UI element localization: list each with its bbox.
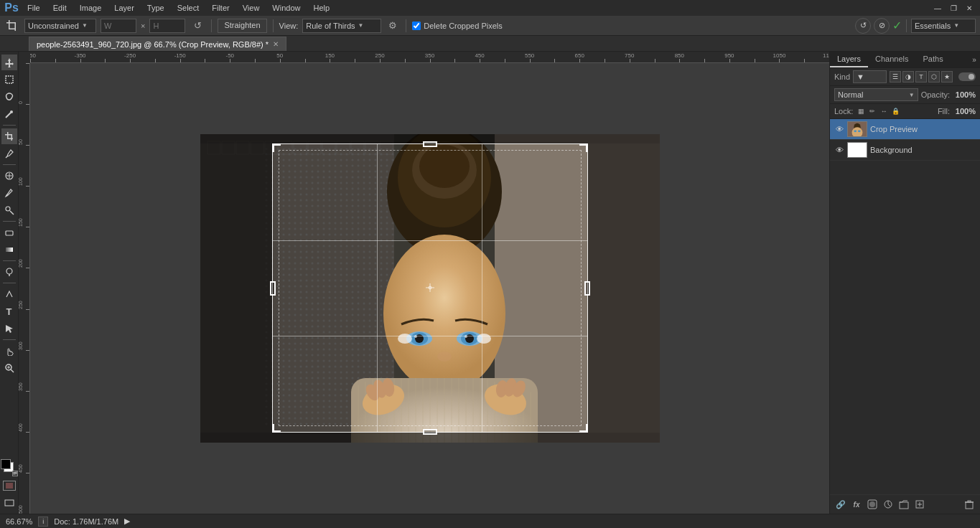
- svg-point-106: [869, 501, 875, 507]
- delete-cropped-checkbox[interactable]: [412, 22, 421, 30]
- swap-colors-icon[interactable]: ⇄: [12, 471, 18, 476]
- svg-rect-0: [9, 20, 10, 29]
- zoom-level: 66.67%: [6, 517, 32, 526]
- status-bar: 66.67% i Doc: 1.76M/1.76M ▶: [0, 514, 980, 528]
- blend-opacity-bar: Normal ▼ Opacity: 100%: [830, 86, 980, 104]
- document-tab[interactable]: people-2563491_960_720.jpg @ 66.7% (Crop…: [29, 37, 286, 51]
- menu-edit[interactable]: Edit: [47, 2, 73, 14]
- filter-pixel-icon[interactable]: ☰: [890, 71, 901, 82]
- text-tool[interactable]: T: [1, 303, 17, 319]
- dimension-sep: ×: [141, 22, 145, 30]
- height-input[interactable]: [149, 19, 185, 33]
- hand-tool[interactable]: [1, 343, 17, 359]
- menu-layer[interactable]: Layer: [108, 2, 140, 14]
- gradient-tool[interactable]: [1, 242, 17, 258]
- opacity-value[interactable]: 100%: [953, 90, 976, 99]
- zoom-tool[interactable]: [1, 360, 17, 376]
- add-mask-button[interactable]: [866, 498, 879, 511]
- new-group-button[interactable]: [897, 498, 910, 511]
- dodge-tool[interactable]: [1, 264, 17, 280]
- svg-rect-112: [966, 502, 973, 509]
- view-select[interactable]: Rule of Thirds ▼: [302, 19, 381, 33]
- tab-paths[interactable]: Paths: [916, 52, 951, 67]
- svg-line-6: [6, 113, 11, 118]
- lock-draw-icon[interactable]: ✏: [867, 106, 877, 116]
- svg-point-58: [477, 334, 491, 344]
- link-layers-button[interactable]: 🔗: [834, 498, 847, 511]
- path-select-tool[interactable]: [1, 321, 17, 336]
- svg-marker-4: [5, 58, 14, 67]
- view-settings-icon[interactable]: ⚙: [386, 19, 400, 33]
- workspace-select[interactable]: Essentials ▼: [911, 19, 976, 33]
- menu-image[interactable]: Image: [74, 2, 108, 14]
- layer-item[interactable]: 👁 Background: [830, 140, 980, 161]
- foreground-color-swatch[interactable]: [1, 459, 11, 469]
- straighten-button[interactable]: Straighten: [218, 19, 266, 33]
- move-tool[interactable]: [1, 55, 17, 70]
- layer-eye-icon[interactable]: 👁: [834, 124, 844, 134]
- menu-help[interactable]: Help: [307, 2, 335, 14]
- crop-tool-icon: [4, 18, 20, 34]
- fill-value[interactable]: 100%: [953, 107, 976, 116]
- clone-tool[interactable]: [1, 202, 17, 218]
- new-layer-button[interactable]: [913, 498, 926, 511]
- tab-channels[interactable]: Channels: [868, 52, 915, 67]
- delete-layer-button[interactable]: [963, 498, 976, 511]
- svg-point-19: [6, 268, 12, 274]
- crop-tool[interactable]: [1, 128, 17, 144]
- tab-close-button[interactable]: ✕: [273, 40, 279, 48]
- tab-layers[interactable]: Layers: [830, 52, 868, 67]
- lasso-tool[interactable]: [1, 89, 17, 105]
- lock-pixels-icon[interactable]: ▦: [856, 106, 866, 116]
- menu-window[interactable]: Window: [266, 2, 306, 14]
- layer-style-button[interactable]: fx: [850, 498, 863, 511]
- eyedropper-tool[interactable]: [1, 146, 17, 161]
- panel-collapse-icon[interactable]: »: [969, 54, 980, 65]
- menu-file[interactable]: File: [22, 2, 46, 14]
- fill-label: Fill:: [938, 107, 950, 116]
- svg-rect-108: [900, 502, 908, 509]
- minimize-button[interactable]: —: [930, 0, 946, 16]
- menu-filter[interactable]: Filter: [206, 2, 235, 14]
- toolbar: T ⇄: [0, 52, 19, 514]
- lock-move-icon[interactable]: ↔: [879, 106, 889, 116]
- layers-list: 👁 Crop Preview 👁 Background: [830, 119, 980, 494]
- filter-toggle[interactable]: [958, 72, 976, 81]
- menu-select[interactable]: Select: [172, 2, 205, 14]
- layer-item[interactable]: 👁 Crop Preview: [830, 119, 980, 140]
- width-input[interactable]: [101, 19, 136, 33]
- eraser-tool[interactable]: [1, 225, 17, 240]
- magic-wand-tool[interactable]: [1, 106, 17, 122]
- filter-text-icon[interactable]: T: [915, 71, 927, 82]
- pen-tool[interactable]: [1, 286, 17, 302]
- undo-crop-button[interactable]: ↺: [855, 18, 871, 34]
- status-info-icon[interactable]: i: [38, 517, 48, 527]
- filter-shape-icon[interactable]: ⬡: [928, 71, 940, 82]
- select-rect-tool[interactable]: [1, 72, 17, 88]
- adjustment-button[interactable]: [882, 498, 895, 511]
- restore-button[interactable]: ❐: [946, 0, 961, 16]
- filter-type-select[interactable]: ▼: [853, 70, 887, 83]
- blend-mode-select[interactable]: Normal ▼: [834, 88, 918, 101]
- close-button[interactable]: ✕: [961, 0, 977, 16]
- layer-eye-icon[interactable]: 👁: [834, 145, 844, 155]
- screen-mode-button[interactable]: [1, 495, 17, 511]
- healing-tool[interactable]: [1, 168, 17, 184]
- brush-tool[interactable]: [1, 185, 17, 201]
- rotate-icon[interactable]: ↺: [190, 18, 205, 34]
- lock-label: Lock:: [834, 107, 853, 116]
- cancel-crop-button[interactable]: ⊘: [874, 18, 890, 34]
- menu-view[interactable]: View: [237, 2, 266, 14]
- filter-smartobj-icon[interactable]: ★: [941, 71, 953, 82]
- quick-mask-button[interactable]: [3, 481, 16, 491]
- lock-all-icon[interactable]: 🔒: [890, 106, 900, 116]
- svg-line-12: [6, 156, 7, 158]
- delete-cropped-label[interactable]: Delete Cropped Pixels: [412, 22, 502, 30]
- menu-type[interactable]: Type: [141, 2, 170, 14]
- filter-adjustment-icon[interactable]: ◑: [902, 71, 914, 82]
- doc-arrow[interactable]: ▶: [124, 517, 130, 526]
- svg-point-7: [10, 110, 13, 113]
- confirm-crop-button[interactable]: ✓: [892, 19, 902, 32]
- svg-rect-18: [6, 248, 13, 252]
- constraint-select[interactable]: Unconstrained ▼: [24, 19, 96, 33]
